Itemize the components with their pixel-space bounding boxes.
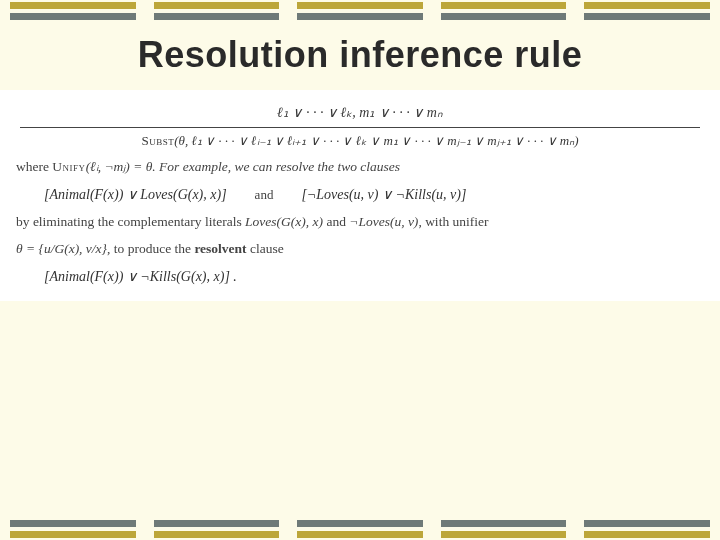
and-word: and (255, 185, 274, 205)
where-line: where Unify(ℓᵢ, ¬mⱼ) = θ. For example, w… (16, 157, 704, 178)
unifier-theta: θ = {u/G(x), v/x} (16, 241, 107, 256)
unifier-tail: clause (247, 241, 284, 256)
rule-premises: ℓ₁ ∨ · · · ∨ ℓₖ, m₁ ∨ · · · ∨ mₙ (247, 102, 473, 124)
bottom-decoration (0, 520, 720, 538)
slide-title: Resolution inference rule (0, 34, 720, 76)
unifier-line: θ = {u/G(x), v/x}, to produce the resolv… (16, 239, 704, 260)
resolvent-word: resolvent (194, 241, 246, 256)
conclusion-body: (θ, ℓ₁ ∨ · · · ∨ ℓᵢ₋₁ ∨ ℓᵢ₊₁ ∨ · · · ∨ ℓ… (174, 133, 578, 148)
clause-left: [Animal(F(x)) ∨ Loves(G(x), x)] (44, 184, 227, 206)
where-body: (ℓᵢ, ¬mⱼ) = θ. For example, we can resol… (86, 159, 400, 174)
elim-prefix: by eliminating the complementary literal… (16, 214, 245, 229)
subst-label: Subst (141, 133, 174, 148)
elimination-line: by eliminating the complementary literal… (16, 212, 704, 233)
inference-rule: ℓ₁ ∨ · · · ∨ ℓₖ, m₁ ∨ · · · ∨ mₙ Subst(θ… (14, 102, 706, 151)
resolvent-clause: [Animal(F(x)) ∨ ¬Kills(G(x), x)] . (44, 266, 706, 288)
unify-label: Unify (52, 159, 85, 174)
elim-mid: and (323, 214, 349, 229)
where-prefix: where (16, 159, 52, 174)
unifier-suffix: , to produce the (107, 241, 194, 256)
content-panel: ℓ₁ ∨ · · · ∨ ℓₖ, m₁ ∨ · · · ∨ mₙ Subst(θ… (0, 90, 720, 301)
elim-suffix: , with unifier (418, 214, 488, 229)
elim-lit2: ¬Loves(u, v) (349, 214, 418, 229)
rule-line (20, 127, 700, 128)
example-clauses: [Animal(F(x)) ∨ Loves(G(x), x)] and [¬Lo… (44, 184, 706, 206)
clause-right: [¬Loves(u, v) ∨ ¬Kills(u, v)] (301, 184, 466, 206)
rule-conclusion: Subst(θ, ℓ₁ ∨ · · · ∨ ℓᵢ₋₁ ∨ ℓᵢ₊₁ ∨ · · … (14, 131, 706, 151)
elim-lit1: Loves(G(x), x) (245, 214, 323, 229)
top-decoration (0, 2, 720, 20)
